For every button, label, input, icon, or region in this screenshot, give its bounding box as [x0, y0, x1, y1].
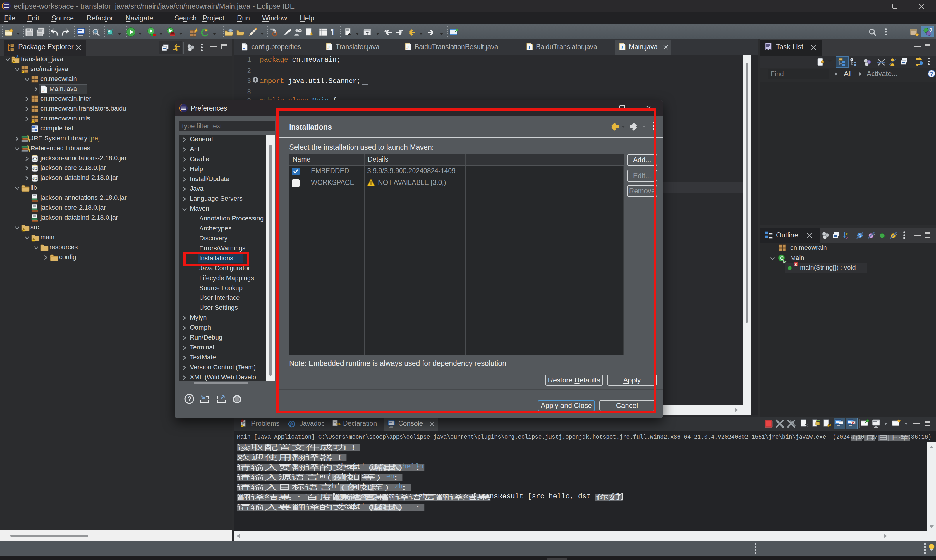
- svg-text:010: 010: [33, 168, 37, 170]
- svg-text:J: J: [42, 88, 45, 93]
- svg-text:C: C: [780, 255, 783, 261]
- svg-text:010: 010: [33, 177, 37, 180]
- svg-text:J: J: [406, 45, 409, 50]
- svg-text:J: J: [528, 45, 530, 50]
- svg-text:@: @: [290, 422, 293, 427]
- svg-text:?: ?: [930, 71, 933, 77]
- svg-text:J: J: [621, 45, 623, 50]
- svg-text:010: 010: [33, 158, 37, 160]
- svg-text:J: J: [327, 45, 330, 50]
- svg-text:J: J: [16, 54, 18, 58]
- svg-text:z: z: [846, 235, 848, 240]
- svg-text:J: J: [929, 28, 932, 32]
- svg-text:?: ?: [188, 395, 192, 403]
- svg-text:S: S: [794, 262, 797, 267]
